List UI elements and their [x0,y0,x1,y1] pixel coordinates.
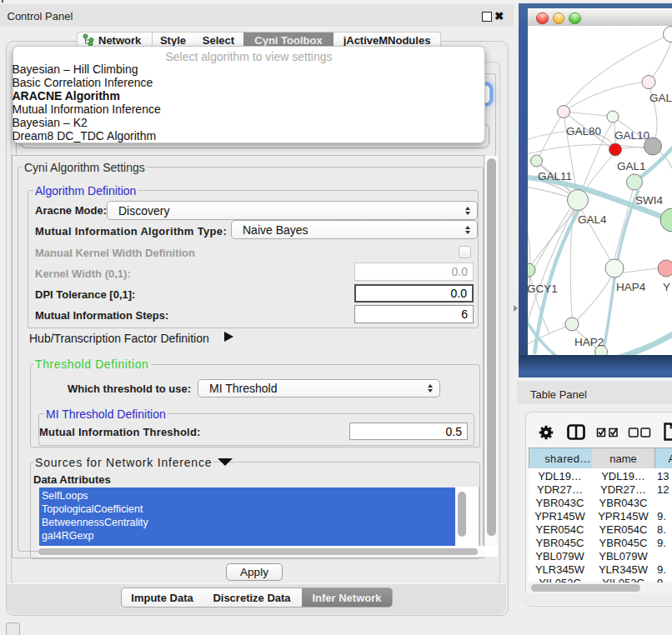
svg-text:SWI4: SWI4 [635,194,663,207]
svg-text:GAL1: GAL1 [617,160,646,172]
svg-text:Y: Y [663,281,670,293]
svg-text:GAL10: GAL10 [614,129,649,142]
svg-text:GAL2: GAL2 [649,92,672,104]
svg-text:GCY1: GCY1 [528,282,558,295]
svg-text:GAL4: GAL4 [578,213,607,226]
svg-text:GAL80: GAL80 [566,125,601,138]
svg-text:HAP4: HAP4 [616,281,646,293]
svg-text:GAL11: GAL11 [538,170,572,182]
svg-text:HAP2: HAP2 [574,336,604,348]
